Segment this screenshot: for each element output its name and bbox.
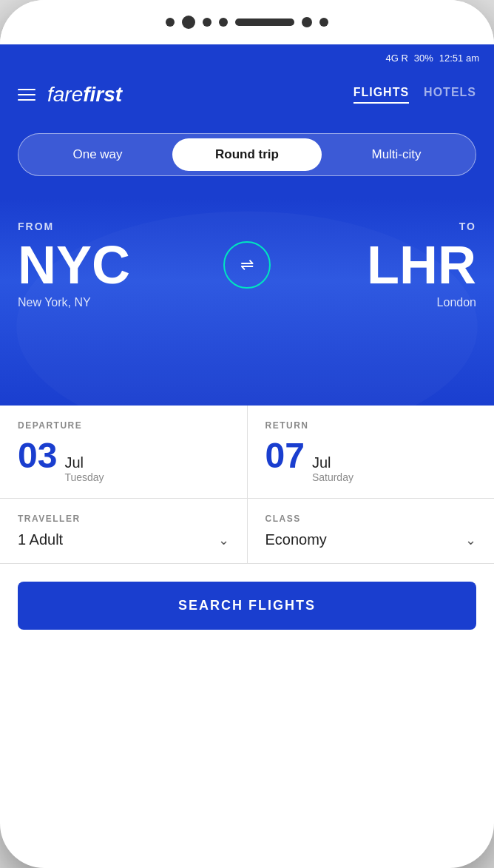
- swap-icon: ⇌: [240, 255, 254, 275]
- trip-option-multi-city[interactable]: Multi-city: [322, 138, 471, 171]
- destination-city[interactable]: TO LHR London: [278, 221, 476, 309]
- destination-code: LHR: [278, 238, 476, 292]
- swap-route-button[interactable]: ⇌: [223, 241, 271, 289]
- header-left: farefirst: [18, 83, 122, 107]
- status-bar: 4G R 30% 12:51 am: [0, 44, 494, 71]
- return-month-day: Jul Saturday: [312, 454, 353, 483]
- traveller-label: TRAVELLER: [18, 514, 229, 524]
- search-section: SEARCH FLIGHTS: [0, 564, 494, 647]
- app-header: farefirst FLIGHTS HOTELS: [0, 71, 494, 118]
- departure-date-box[interactable]: DEPARTURE 03 Jul Tuesday: [0, 406, 248, 498]
- phone-speaker: [235, 18, 294, 26]
- phone-dot-left: [166, 18, 175, 27]
- traveller-box[interactable]: TRAVELLER 1 Adult ⌄: [0, 499, 248, 563]
- phone-camera-area: [166, 16, 328, 29]
- departure-label: DEPARTURE: [18, 420, 229, 431]
- hamburger-menu-button[interactable]: [18, 89, 35, 101]
- return-weekday: Saturday: [312, 471, 353, 483]
- route-section: FROM NYC New York, NY ⇌ TO LHR London: [0, 198, 494, 406]
- traveller-chevron-down-icon: ⌄: [218, 532, 229, 548]
- class-chevron-down-icon: ⌄: [465, 532, 476, 548]
- traveller-value-row: 1 Adult ⌄: [18, 531, 229, 548]
- class-value-row: Economy ⌄: [265, 531, 477, 548]
- time-indicator: 12:51 am: [439, 53, 479, 64]
- tab-hotels[interactable]: HOTELS: [424, 86, 476, 104]
- route-content: FROM NYC New York, NY ⇌ TO LHR London: [18, 221, 476, 309]
- class-box[interactable]: CLASS Economy ⌄: [248, 499, 495, 563]
- class-value: Economy: [265, 531, 327, 548]
- search-flights-button[interactable]: SEARCH FLIGHTS: [18, 582, 476, 630]
- phone-bottom: [0, 647, 494, 692]
- origin-city-name: New York, NY: [18, 296, 216, 309]
- nav-tabs: FLIGHTS HOTELS: [353, 86, 476, 104]
- trip-type-container: One way Round trip Multi-city: [0, 118, 494, 198]
- return-date-value: 07 Jul Saturday: [265, 438, 477, 483]
- departure-month-day: Jul Tuesday: [64, 454, 104, 483]
- brand-logo: farefirst: [47, 83, 122, 107]
- to-label: TO: [278, 221, 476, 232]
- departure-date-value: 03 Jul Tuesday: [18, 438, 229, 483]
- hamburger-line-3: [18, 99, 35, 101]
- trip-option-one-way[interactable]: One way: [23, 138, 172, 171]
- origin-code: NYC: [18, 238, 216, 292]
- departure-day: 03: [18, 438, 57, 474]
- tab-flights[interactable]: FLIGHTS: [353, 86, 409, 104]
- trip-type-selector: One way Round trip Multi-city: [18, 133, 476, 176]
- destination-city-name: London: [278, 296, 476, 309]
- phone-top-bar: [0, 0, 494, 44]
- signal-indicator: 4G R: [385, 53, 407, 64]
- traveller-value: 1 Adult: [18, 531, 63, 548]
- phone-dot-small2: [219, 18, 228, 27]
- options-section: TRAVELLER 1 Adult ⌄ CLASS Economy ⌄: [0, 499, 494, 564]
- phone-camera: [182, 16, 195, 29]
- origin-city[interactable]: FROM NYC New York, NY: [18, 221, 216, 309]
- class-label: CLASS: [265, 514, 477, 524]
- phone-dot-far-right: [319, 18, 328, 27]
- phone-frame: 4G R 30% 12:51 am farefirst FLIGHTS HOTE…: [0, 0, 494, 868]
- phone-dot-small: [203, 18, 212, 27]
- departure-weekday: Tuesday: [64, 471, 104, 483]
- trip-option-round-trip[interactable]: Round trip: [172, 138, 322, 171]
- departure-month: Jul: [64, 454, 104, 471]
- return-day: 07: [265, 438, 305, 474]
- return-label: RETURN: [265, 420, 477, 431]
- phone-dot-right: [302, 17, 312, 27]
- return-date-box[interactable]: RETURN 07 Jul Saturday: [248, 406, 495, 498]
- hamburger-line-2: [18, 94, 35, 95]
- from-label: FROM: [18, 221, 216, 232]
- hamburger-line-1: [18, 89, 35, 90]
- battery-indicator: 30%: [414, 53, 433, 64]
- dates-section: DEPARTURE 03 Jul Tuesday RETURN 07 Jul S…: [0, 406, 494, 499]
- return-month: Jul: [312, 454, 353, 471]
